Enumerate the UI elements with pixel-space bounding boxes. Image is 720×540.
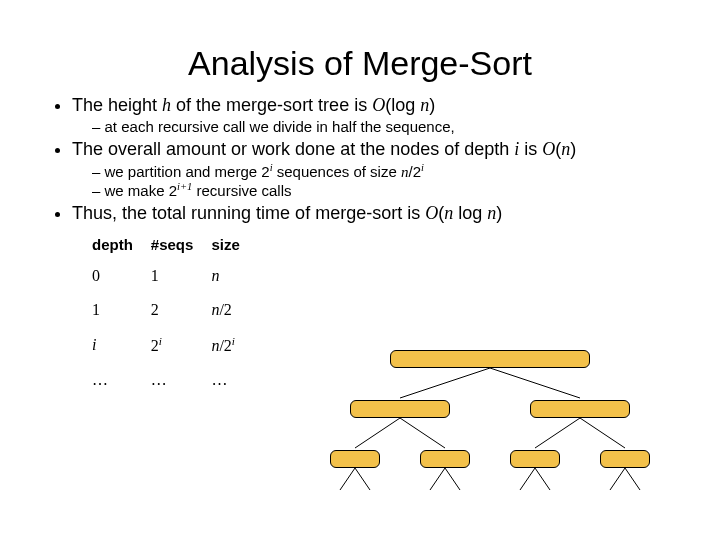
text: sequences of size [273,163,401,180]
cell: 2i [147,327,208,363]
slide-title: Analysis of Merge-Sort [40,44,680,83]
th-depth: depth [88,234,147,259]
sup-i: i [421,162,424,173]
var-h: h [162,95,171,115]
text: The overall amount or work done at the n… [72,139,514,159]
bullet-2: The overall amount or work done at the n… [72,139,680,199]
cell: 1 [147,259,208,293]
cell: n/2i [207,327,253,363]
big-o: O [542,139,555,159]
cell: … [147,363,208,397]
svg-line-11 [535,468,550,490]
var-n: n [561,139,570,159]
svg-line-4 [535,418,580,448]
text: 2 [261,163,269,180]
th-size: size [207,234,253,259]
text: of the merge-sort tree is [171,95,372,115]
bullet-1: The height h of the merge-sort tree is O… [72,95,680,135]
text: 2 [151,337,159,354]
svg-line-3 [400,418,445,448]
tree-node [420,450,470,468]
depth-table: depth #seqs size 0 1 n 1 2 n/2 i 2i n/2i… [88,234,254,397]
big-o: O [425,203,438,223]
text: recursive calls [192,182,291,199]
cell: n [207,259,253,293]
var-n: n [487,203,496,223]
var-n: n [444,203,453,223]
text: we partition and merge [105,163,262,180]
tree-node [330,450,380,468]
table-row: 0 1 n [88,259,254,293]
svg-line-12 [610,468,625,490]
svg-line-6 [340,468,355,490]
text: ) [496,203,502,223]
cell: i [88,327,147,363]
cell: 2 [147,293,208,327]
svg-line-5 [580,418,625,448]
tree-node [350,400,450,418]
svg-line-10 [520,468,535,490]
bullet-3: Thus, the total running time of merge-so… [72,203,680,224]
cell: … [88,363,147,397]
tree-node [390,350,590,368]
big-o: O [372,95,385,115]
text: Thus, the total running time of merge-so… [72,203,425,223]
svg-line-7 [355,468,370,490]
text: ) [570,139,576,159]
cell: 0 [88,259,147,293]
tree-node [530,400,630,418]
text: /2 [219,301,231,318]
var-n: n [420,95,429,115]
th-seqs: #seqs [147,234,208,259]
bullet-1-sub-1: at each recursive call we divide in half… [92,118,680,135]
table-header-row: depth #seqs size [88,234,254,259]
svg-line-9 [445,468,460,490]
bullet-2-sub-2: we make 2i+1 recursive calls [92,181,680,199]
text: (log [385,95,420,115]
svg-line-2 [355,418,400,448]
text: is [519,139,542,159]
sup-i: i [159,335,162,347]
sup-i1: i+1 [177,181,192,192]
text: 2 [413,163,421,180]
tree-node [600,450,650,468]
svg-line-8 [430,468,445,490]
text: /2 [219,337,231,354]
svg-line-0 [400,368,490,398]
svg-line-1 [490,368,580,398]
merge-sort-tree [290,330,690,510]
tree-node [510,450,560,468]
text: The height [72,95,162,115]
table-row: … … … [88,363,254,397]
table-row: i 2i n/2i [88,327,254,363]
table-row: 1 2 n/2 [88,293,254,327]
cell: … [207,363,253,397]
cell: 1 [88,293,147,327]
text: log [453,203,487,223]
var-n: n [211,267,219,284]
bullet-2-sub-1: we partition and merge 2i sequences of s… [92,162,680,181]
text: we make [105,182,169,199]
sup-i: i [232,335,235,347]
text: ) [429,95,435,115]
text: 2 [169,182,177,199]
svg-line-13 [625,468,640,490]
bullet-list: The height h of the merge-sort tree is O… [40,95,680,224]
cell: n/2 [207,293,253,327]
